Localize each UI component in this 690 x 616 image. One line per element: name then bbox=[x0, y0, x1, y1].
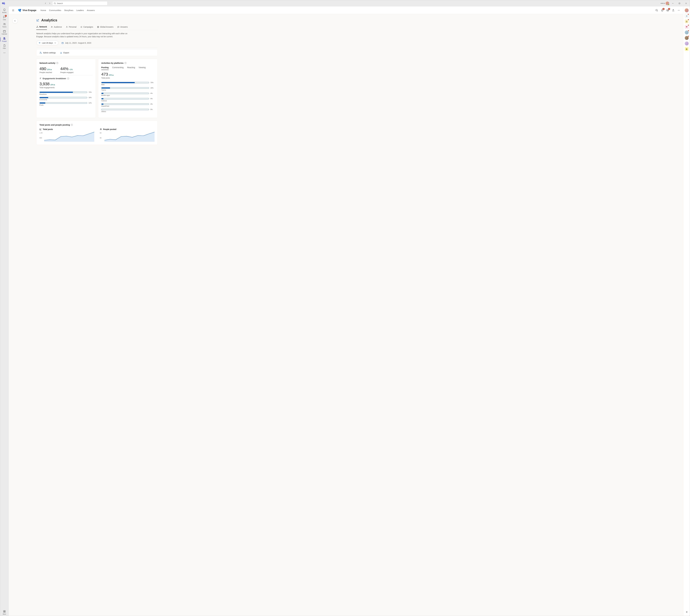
person-gear-icon bbox=[40, 51, 42, 54]
rail-activity[interactable]: Activity bbox=[0, 7, 8, 14]
store-icon bbox=[3, 610, 6, 613]
export-button[interactable]: Export bbox=[60, 51, 69, 54]
calendar-icon bbox=[3, 30, 6, 33]
header-share-button[interactable] bbox=[671, 8, 675, 13]
close-button[interactable] bbox=[683, 1, 689, 5]
info-icon[interactable]: i bbox=[125, 62, 127, 64]
svg-point-19 bbox=[18, 9, 20, 10]
svg-rect-8 bbox=[679, 3, 680, 4]
rail-files[interactable]: Files bbox=[0, 43, 8, 50]
nav-forward-button[interactable] bbox=[48, 1, 51, 5]
metric-total-posts: 47320% Total posts bbox=[101, 72, 155, 79]
app-chip[interactable]: ▥ bbox=[685, 19, 689, 23]
tab-network[interactable]: Network bbox=[36, 25, 47, 30]
app-chip[interactable]: ❤ bbox=[685, 25, 689, 29]
svg-point-14 bbox=[5, 53, 5, 53]
ptab-posting[interactable]: Posting bbox=[101, 66, 109, 70]
admin-toolbar: Admin settings Export bbox=[36, 49, 158, 56]
app-chip[interactable]: ◎ bbox=[685, 14, 689, 18]
platform-tabs: Posting Commenting Reacting Viewing bbox=[101, 66, 155, 70]
svg-point-10 bbox=[5, 23, 5, 24]
svg-point-25 bbox=[37, 26, 38, 26]
analytics-tabs: Network Audience Personal Campaigns Glob… bbox=[36, 25, 158, 30]
nav-answers[interactable]: Answers bbox=[87, 9, 95, 12]
tab-answers[interactable]: Answers bbox=[117, 25, 128, 30]
ptab-reacting[interactable]: Reacting bbox=[127, 66, 135, 70]
header-notifications-button[interactable]: 12 bbox=[660, 8, 664, 13]
calendar-icon bbox=[62, 42, 64, 44]
tab-global-answers[interactable]: Global Answers bbox=[97, 25, 113, 30]
rail-calendar[interactable]: Calender bbox=[0, 29, 8, 36]
person-chip[interactable] bbox=[685, 30, 689, 35]
header-inbox-button[interactable]: 5 bbox=[666, 8, 670, 13]
bell-icon bbox=[3, 8, 6, 11]
search-input[interactable]: Search bbox=[52, 1, 108, 5]
minimize-button[interactable] bbox=[670, 1, 676, 5]
ptab-commenting[interactable]: Commenting bbox=[112, 66, 124, 70]
svg-rect-11 bbox=[3, 30, 5, 32]
engage-nav: Home Communities Storylines Leaders Answ… bbox=[41, 9, 95, 12]
rail-chat[interactable]: 1 Chat bbox=[0, 15, 8, 21]
app-rail: Activity 1 Chat Teams Calender Engage Fi… bbox=[0, 6, 9, 616]
date-range-picker[interactable]: Last 28 days bbox=[36, 41, 59, 45]
person-chip[interactable] bbox=[685, 36, 689, 40]
admin-settings-button[interactable]: Admin settings bbox=[40, 51, 56, 54]
bar-row: 70%Reactions bbox=[40, 91, 93, 95]
svg-point-12 bbox=[3, 53, 4, 53]
svg-point-28 bbox=[51, 26, 52, 27]
analytics-icon bbox=[36, 19, 39, 22]
info-icon[interactable]: i bbox=[67, 78, 69, 80]
bar-row: 0%Others bbox=[101, 109, 155, 112]
rail-teams[interactable]: Teams bbox=[0, 22, 8, 28]
svg-point-37 bbox=[101, 129, 102, 129]
more-icon bbox=[3, 51, 6, 54]
nav-leaders[interactable]: Leaders bbox=[76, 9, 84, 12]
svg-rect-16 bbox=[4, 611, 5, 611]
bar-row: 4%Outlook bbox=[101, 98, 155, 102]
metric-people-engaged: 44%+2% People engaged bbox=[60, 66, 73, 73]
svg-point-23 bbox=[678, 10, 679, 10]
search-icon bbox=[54, 2, 56, 4]
info-icon[interactable]: i bbox=[56, 62, 58, 64]
nav-communities[interactable]: Communities bbox=[49, 9, 61, 12]
nav-storylines[interactable]: Storylines bbox=[64, 9, 73, 12]
user-avatar[interactable] bbox=[666, 1, 669, 5]
file-icon bbox=[3, 44, 6, 47]
svg-rect-21 bbox=[667, 9, 668, 11]
svg-point-7 bbox=[664, 3, 665, 4]
nav-back-button[interactable] bbox=[44, 1, 47, 5]
metric-people-reached: 49020% People reached bbox=[40, 66, 52, 73]
bar-row: 4%SharePoint bbox=[101, 103, 155, 107]
collapse-rail-button[interactable] bbox=[685, 610, 689, 614]
ptab-viewing[interactable]: Viewing bbox=[139, 66, 146, 70]
more-options-button[interactable] bbox=[660, 1, 665, 6]
back-button[interactable] bbox=[12, 18, 18, 24]
header-search-button[interactable] bbox=[654, 8, 659, 13]
people-rail: ◎ ▥ ❤ ▦ bbox=[683, 6, 690, 616]
maximize-button[interactable] bbox=[676, 1, 683, 5]
svg-point-9 bbox=[4, 23, 4, 24]
nav-home[interactable]: Home bbox=[41, 9, 46, 12]
teams-logo-icon: T bbox=[2, 2, 5, 5]
tab-audience[interactable]: Audience bbox=[51, 25, 62, 30]
tab-personal[interactable]: Personal bbox=[66, 25, 76, 30]
rail-engage[interactable]: Engage bbox=[0, 36, 8, 43]
person-chip[interactable] bbox=[685, 42, 689, 45]
viva-engage-logo-icon bbox=[18, 8, 21, 12]
tab-campaigns[interactable]: Campaigns bbox=[80, 25, 93, 30]
person-chip[interactable] bbox=[685, 8, 689, 12]
search-placeholder: Search bbox=[57, 2, 63, 4]
rail-more[interactable] bbox=[0, 50, 8, 55]
header-more-button[interactable] bbox=[676, 8, 681, 13]
platforms-card: Activities by platformsi Posting Comment… bbox=[98, 59, 158, 118]
info-icon[interactable]: i bbox=[71, 124, 73, 126]
chat-icon: 1 bbox=[3, 16, 6, 19]
app-chip[interactable]: ▦ bbox=[685, 47, 689, 51]
date-range-display: July 11, 2023 - August 8, 2023 bbox=[62, 42, 91, 44]
svg-point-1 bbox=[4, 2, 4, 3]
chart-people-posted: People posted 60 40 bbox=[100, 128, 155, 142]
rail-store[interactable]: Store bbox=[0, 609, 8, 616]
filter-icon bbox=[39, 42, 41, 44]
menu-button[interactable] bbox=[11, 8, 15, 12]
svg-rect-18 bbox=[4, 612, 5, 612]
